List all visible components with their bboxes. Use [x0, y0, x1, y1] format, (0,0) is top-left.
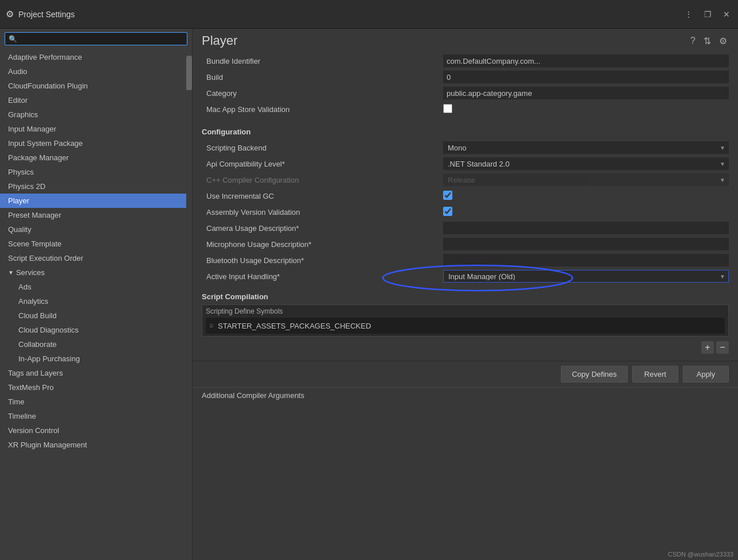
sidebar-item-physics2d[interactable]: Physics 2D — [0, 179, 186, 194]
build-value — [443, 71, 729, 83]
search-wrap[interactable]: 🔍 — [5, 32, 187, 45]
copy-defines-button[interactable]: Copy Defines — [561, 366, 628, 383]
build-row: Build — [202, 69, 729, 85]
active-input-label: Active Input Handling* — [202, 272, 443, 281]
sidebar-item-timeline[interactable]: Timeline — [0, 409, 186, 423]
sidebar-item-cloud-diagnostics[interactable]: Cloud Diagnostics — [0, 323, 186, 337]
sidebar-scrollbar-track — [186, 49, 192, 560]
sidebar-item-adaptive-performance[interactable]: Adaptive Performance — [0, 50, 186, 64]
bundle-identifier-value — [443, 55, 729, 67]
add-define-button[interactable]: + — [701, 341, 714, 354]
sidebar-item-xr-plugin[interactable]: XR Plugin Management — [0, 438, 186, 452]
apply-button[interactable]: Apply — [683, 366, 729, 383]
incremental-gc-checkbox[interactable] — [443, 191, 452, 200]
scripting-define-label: Scripting Define Symbols — [206, 307, 725, 315]
header-icons: ? ⇅ ⚙ — [689, 34, 729, 48]
more-button[interactable]: ⋮ — [682, 9, 695, 20]
close-button[interactable]: ✕ — [721, 9, 732, 20]
sidebar-item-collaborate[interactable]: Collaborate — [0, 337, 186, 352]
footer-watermark: CSDN @wushan23333 — [668, 551, 733, 558]
identification-section: Bundle Identifier Build Category — [193, 51, 738, 119]
sidebar-list: Adaptive PerformanceAudioCloudFoundation… — [0, 49, 186, 560]
sidebar-item-input-system[interactable]: Input System Package — [0, 136, 186, 150]
bundle-identifier-input[interactable] — [443, 55, 729, 67]
microphone-usage-value — [443, 238, 729, 250]
scripting-backend-row: Scripting Backend Mono IL2CPP ▼ — [202, 140, 729, 156]
cpp-compiler-value: Release Debug ▼ — [443, 173, 729, 186]
bluetooth-usage-input[interactable] — [443, 254, 729, 267]
window-title: Project Settings — [18, 10, 682, 19]
category-label: Category — [202, 89, 443, 98]
sidebar-scroll-container: Adaptive PerformanceAudioCloudFoundation… — [0, 49, 192, 560]
build-label: Build — [202, 73, 443, 82]
sidebar-item-cloud-foundation[interactable]: CloudFoundation Plugin — [0, 79, 186, 93]
bluetooth-usage-label: Bluetooth Usage Description* — [202, 256, 443, 265]
sidebar-item-time[interactable]: Time — [0, 395, 186, 409]
settings-icon: ⚙ — [6, 9, 14, 20]
cpp-compiler-label: C++ Compiler Configuration — [202, 176, 443, 184]
chevron-down-icon: ▼ — [8, 269, 14, 276]
microphone-usage-label: Microphone Usage Description* — [202, 240, 443, 249]
sidebar-item-quality[interactable]: Quality — [0, 222, 186, 237]
sidebar-item-graphics[interactable]: Graphics — [0, 107, 186, 122]
active-input-row: Active Input Handling* Input Manager (Ol… — [202, 268, 729, 284]
active-input-dropdown[interactable]: Input Manager (Old) Input System Package… — [443, 270, 729, 283]
camera-usage-input[interactable] — [443, 222, 729, 234]
mac-validation-checkbox[interactable] — [443, 104, 452, 113]
sidebar-item-input-manager[interactable]: Input Manager — [0, 122, 186, 136]
camera-usage-row: Camera Usage Description* — [202, 220, 729, 236]
action-bar: Copy Defines Revert Apply — [193, 361, 738, 387]
content-scroll: Bundle Identifier Build Category — [193, 51, 738, 560]
configuration-section: Configuration Scripting Backend Mono IL2… — [193, 119, 738, 287]
script-compilation-title: Script Compilation — [202, 287, 729, 304]
mac-validation-value — [443, 104, 729, 115]
sidebar-scrollbar-thumb[interactable] — [186, 56, 192, 90]
sidebar-item-package-manager[interactable]: Package Manager — [0, 150, 186, 165]
sidebar-item-editor[interactable]: Editor — [0, 93, 186, 107]
search-input[interactable] — [20, 34, 183, 43]
restore-button[interactable]: ❐ — [702, 9, 714, 20]
sidebar: 🔍 Adaptive PerformanceAudioCloudFoundati… — [0, 29, 193, 560]
help-icon[interactable]: ? — [689, 34, 697, 48]
cpp-compiler-row: C++ Compiler Configuration Release Debug… — [202, 172, 729, 188]
sidebar-item-ads[interactable]: Ads — [0, 280, 186, 294]
build-input[interactable] — [443, 71, 729, 83]
sidebar-item-tags-layers[interactable]: Tags and Layers — [0, 366, 186, 380]
sidebar-item-physics[interactable]: Physics — [0, 165, 186, 179]
bluetooth-usage-row: Bluetooth Usage Description* — [202, 252, 729, 268]
scripting-backend-dropdown[interactable]: Mono IL2CPP — [443, 141, 729, 154]
content-header: Player ? ⇅ ⚙ — [193, 29, 738, 51]
drag-handle-icon: ≡ — [209, 322, 213, 330]
revert-button[interactable]: Revert — [632, 366, 678, 383]
page-title: Player — [202, 33, 689, 48]
sidebar-item-services[interactable]: ▼ Services — [0, 265, 186, 280]
microphone-usage-input[interactable] — [443, 238, 729, 250]
category-input[interactable] — [443, 87, 729, 99]
settings-gear-icon[interactable]: ⚙ — [717, 34, 729, 48]
sidebar-item-inapp-purchasing[interactable]: In-App Purchasing — [0, 352, 186, 366]
sidebar-item-scene-template[interactable]: Scene Template — [0, 237, 186, 251]
assembly-version-label: Assembly Version Validation — [202, 208, 443, 217]
scripting-backend-label: Scripting Backend — [202, 144, 443, 152]
bundle-identifier-label: Bundle Identifier — [202, 57, 443, 65]
cpp-compiler-dropdown[interactable]: Release Debug — [443, 173, 729, 186]
sidebar-item-preset-manager[interactable]: Preset Manager — [0, 208, 186, 222]
bluetooth-usage-value — [443, 254, 729, 267]
sidebar-item-cloud-build[interactable]: Cloud Build — [0, 308, 186, 323]
sidebar-item-script-execution[interactable]: Script Execution Order — [0, 251, 186, 265]
sidebar-item-audio[interactable]: Audio — [0, 64, 186, 79]
title-bar: ⚙ Project Settings ⋮ ❐ ✕ — [0, 0, 738, 29]
remove-define-button[interactable]: − — [716, 341, 729, 354]
scripting-backend-value: Mono IL2CPP ▼ — [443, 141, 729, 154]
additional-compiler-label: Additional Compiler Arguments — [202, 391, 304, 400]
search-bar: 🔍 — [0, 29, 192, 49]
layout-icon[interactable]: ⇅ — [702, 34, 713, 48]
api-compatibility-dropdown[interactable]: .NET Standard 2.0 .NET 4.x — [443, 157, 729, 170]
category-row: Category — [202, 85, 729, 101]
sidebar-item-textmesh-pro[interactable]: TextMesh Pro — [0, 380, 186, 395]
sidebar-item-version-control[interactable]: Version Control — [0, 423, 186, 438]
sidebar-item-player[interactable]: Player — [0, 194, 186, 208]
sidebar-item-analytics[interactable]: Analytics — [0, 294, 186, 308]
assembly-version-checkbox[interactable] — [443, 207, 452, 216]
content-panel: Player ? ⇅ ⚙ Bundle Identifier Build — [193, 29, 738, 560]
